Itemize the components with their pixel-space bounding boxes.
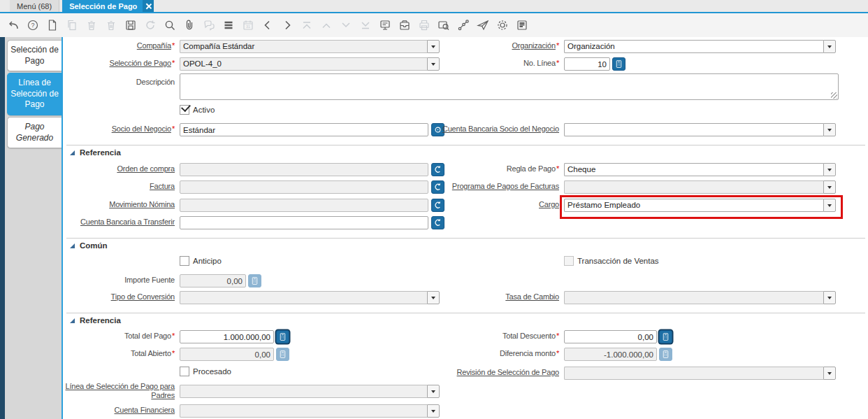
linea-seleccion-padres-label[interactable]: Línea de Selección de Pago para Padres bbox=[63, 382, 175, 400]
window-report-icon[interactable] bbox=[516, 19, 528, 31]
refresh-icon[interactable] bbox=[144, 19, 157, 31]
cuenta-bancaria-transferir-lookup-button[interactable] bbox=[431, 216, 444, 229]
report-icon[interactable] bbox=[437, 19, 450, 31]
orden-de-compra-label[interactable]: Orden de compra bbox=[63, 164, 175, 173]
revision-seleccion-pago-label[interactable]: Revisión de Selección de Pago bbox=[439, 368, 559, 377]
total-descuento-input[interactable] bbox=[564, 330, 657, 343]
sidebar-tab-linea-de-seleccion-de-pago[interactable]: Línea de Selección de Pago bbox=[7, 73, 62, 115]
orden-de-compra-input[interactable] bbox=[180, 163, 428, 176]
chevron-down-icon[interactable] bbox=[427, 40, 440, 53]
procesado-checkbox[interactable] bbox=[180, 367, 189, 376]
previous-tab-icon[interactable] bbox=[261, 19, 274, 31]
total-abierto-input[interactable] bbox=[180, 348, 274, 361]
sidebar-tab-pago-generado[interactable]: Pago Generado bbox=[7, 117, 62, 148]
next-tab-icon[interactable] bbox=[281, 19, 294, 31]
no-linea-calculator-button[interactable] bbox=[612, 57, 625, 71]
socio-del-negocio-input[interactable] bbox=[180, 123, 428, 136]
programa-pagos-facturas-label[interactable]: Programa de Pagos de Facturas bbox=[439, 182, 559, 191]
organizacion-label[interactable]: Organización* bbox=[439, 41, 559, 50]
print-icon[interactable] bbox=[418, 19, 431, 31]
tipo-de-conversion-combo[interactable] bbox=[180, 291, 440, 304]
send-mail-icon[interactable] bbox=[477, 19, 489, 31]
close-tab-icon[interactable] bbox=[143, 0, 154, 12]
new-record-icon[interactable] bbox=[46, 19, 59, 31]
importe-fuente-input[interactable] bbox=[180, 274, 246, 287]
movimiento-nomina-input[interactable] bbox=[180, 199, 428, 212]
diferencia-monto-input[interactable] bbox=[564, 348, 657, 361]
chevron-down-icon[interactable] bbox=[427, 385, 440, 398]
revision-seleccion-pago-combo[interactable] bbox=[564, 367, 836, 380]
total-descuento-calculator-button[interactable] bbox=[659, 330, 672, 343]
total-del-pago-calculator-button[interactable] bbox=[276, 330, 289, 343]
chevron-down-icon[interactable] bbox=[823, 199, 836, 212]
regla-de-pago-combo[interactable]: Cheque bbox=[564, 163, 836, 176]
chevron-down-icon[interactable] bbox=[823, 123, 836, 136]
transaccion-ventas-label: Transacción de Ventas bbox=[577, 257, 659, 265]
detail-record-icon[interactable] bbox=[379, 19, 391, 31]
chevron-down-icon[interactable] bbox=[823, 40, 836, 53]
find-icon[interactable] bbox=[164, 19, 176, 31]
next-record-icon[interactable] bbox=[340, 19, 352, 31]
no-linea-input[interactable] bbox=[564, 57, 610, 71]
cuenta-financiera-combo[interactable] bbox=[180, 404, 440, 418]
descripcion-textarea[interactable] bbox=[180, 73, 839, 100]
workflow-icon[interactable] bbox=[457, 19, 470, 31]
delete-selection-icon[interactable] bbox=[105, 19, 117, 31]
chevron-down-icon[interactable] bbox=[823, 367, 836, 380]
factura-label[interactable]: Factura bbox=[63, 182, 175, 191]
requests-icon[interactable] bbox=[222, 19, 235, 31]
chevron-down-icon[interactable] bbox=[823, 163, 836, 176]
factura-input[interactable] bbox=[180, 180, 428, 194]
seleccion-de-pago-combo[interactable]: OPOL-4_0 bbox=[180, 57, 440, 71]
archive-icon[interactable] bbox=[398, 19, 411, 31]
sidebar-tab-seleccion-de-pago[interactable]: Selección de Pago bbox=[7, 40, 62, 71]
tipo-de-conversion-label[interactable]: Tipo de Conversión bbox=[63, 292, 175, 301]
cargo-label[interactable]: Cargo bbox=[439, 200, 559, 209]
seleccion-de-pago-label[interactable]: Selección de Pago* bbox=[63, 59, 175, 68]
chat-icon[interactable] bbox=[203, 19, 215, 31]
cuenta-bancaria-transferir-input[interactable] bbox=[180, 216, 428, 229]
delete-record-icon[interactable] bbox=[85, 19, 98, 31]
linea-seleccion-padres-combo[interactable] bbox=[180, 385, 440, 398]
help-icon[interactable]: ? bbox=[27, 19, 39, 31]
cargo-combo[interactable]: Préstamo Empleado bbox=[564, 199, 836, 212]
compania-label[interactable]: Compañía* bbox=[63, 41, 175, 50]
tasa-de-cambio-label[interactable]: Tasa de Cambio bbox=[439, 292, 559, 301]
organizacion-combo[interactable]: Organización bbox=[564, 40, 836, 53]
comun-section-header[interactable]: Común bbox=[70, 241, 108, 250]
referencia-section-header[interactable]: Referencia bbox=[70, 148, 121, 157]
settings-icon[interactable] bbox=[496, 19, 509, 31]
compania-combo[interactable]: Compañía Estándar bbox=[180, 40, 440, 53]
chevron-down-icon[interactable] bbox=[823, 180, 836, 194]
first-record-icon[interactable] bbox=[301, 19, 313, 31]
socio-del-negocio-label[interactable]: Socio del Negocio* bbox=[63, 125, 175, 134]
cuenta-financiera-label[interactable]: Cuenta Financiera bbox=[63, 406, 175, 415]
tab-seleccion-de-pago[interactable]: Selección de Pago bbox=[62, 0, 154, 12]
calendar-icon[interactable]: 31 bbox=[242, 19, 254, 31]
referencia2-section-header[interactable]: Referencia bbox=[70, 316, 121, 325]
chevron-down-icon[interactable] bbox=[427, 57, 440, 71]
chevron-down-icon[interactable] bbox=[823, 291, 836, 304]
programa-pagos-facturas-combo[interactable] bbox=[564, 180, 836, 194]
chevron-down-icon[interactable] bbox=[427, 291, 440, 304]
attachment-icon[interactable] bbox=[183, 19, 196, 31]
movimiento-nomina-label[interactable]: Movimiento Nómina bbox=[63, 200, 175, 209]
previous-record-icon[interactable] bbox=[320, 19, 333, 31]
undo-icon[interactable] bbox=[7, 19, 20, 31]
transaccion-ventas-checkbox[interactable] bbox=[564, 256, 574, 266]
resize-grip-icon[interactable] bbox=[831, 92, 837, 99]
cuenta-bancaria-transferir-label[interactable]: Cuenta Bancaria a Transferir bbox=[63, 218, 175, 227]
activo-checkbox[interactable] bbox=[180, 105, 189, 115]
cuenta-bancaria-socio-label[interactable]: Cuenta Bancaria Socio del Negocio bbox=[439, 125, 559, 134]
last-record-icon[interactable] bbox=[359, 19, 372, 31]
total-del-pago-input[interactable] bbox=[180, 330, 274, 343]
cuenta-bancaria-socio-combo[interactable] bbox=[564, 123, 836, 136]
diferencia-monto-calculator-button bbox=[659, 348, 672, 361]
chevron-down-icon[interactable] bbox=[427, 404, 440, 418]
tab-menu[interactable]: Menú (68) bbox=[10, 0, 59, 12]
save-icon[interactable] bbox=[124, 19, 137, 31]
application-window: Menú (68) Selección de Pago ? 31 bbox=[0, 0, 868, 419]
copy-record-icon[interactable] bbox=[66, 19, 78, 31]
anticipo-checkbox[interactable] bbox=[180, 256, 189, 266]
tasa-de-cambio-combo[interactable] bbox=[564, 291, 836, 304]
